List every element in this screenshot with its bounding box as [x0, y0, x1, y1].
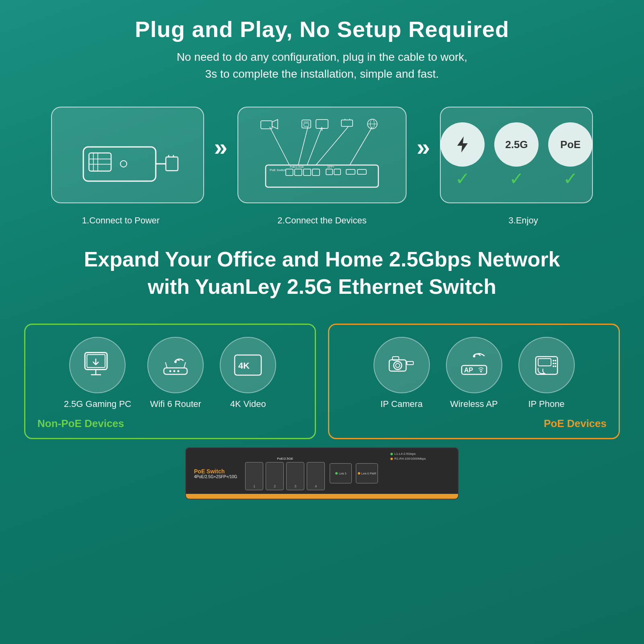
svg-rect-16	[312, 169, 320, 175]
svg-point-52	[169, 370, 171, 372]
svg-text:4K: 4K	[238, 361, 250, 371]
check-2: ✓	[509, 170, 524, 188]
phone-icon	[530, 349, 563, 382]
4k-icon: 4K	[231, 349, 264, 382]
enjoy-area: ✓ 2.5G ✓ PoE ✓	[440, 122, 592, 188]
section2-title: Expand Your Office and Home 2.5Gbps Netw…	[84, 246, 560, 300]
poe-label: PoE Devices	[341, 417, 607, 430]
svg-point-71	[555, 363, 556, 364]
svg-line-23	[270, 127, 289, 165]
svg-point-69	[555, 360, 556, 361]
svg-rect-49	[164, 368, 187, 374]
arrow-2: »	[417, 133, 430, 177]
svg-marker-29	[272, 120, 278, 129]
svg-rect-67	[538, 359, 551, 366]
svg-rect-15	[303, 169, 311, 175]
led-line-1: L1-L4:2.5Gbps	[390, 452, 426, 456]
device-phone: IP Phone	[518, 337, 575, 409]
port-2: 2	[266, 462, 284, 490]
port-4: 4	[307, 462, 325, 490]
enjoy-2.5g: 2.5G	[494, 122, 539, 167]
ap-label: Wireless AP	[450, 399, 498, 409]
step3-icon: ✓ 2.5G ✓ PoE ✓	[441, 119, 592, 191]
check-1: ✓	[455, 170, 470, 188]
devices-row: 2.5G Gaming PC	[24, 324, 620, 439]
step2-icon: PoE Switch PoE/2.5GE SFP+	[238, 119, 406, 191]
svg-text:SFP+: SFP+	[327, 165, 334, 168]
step3-label: 3.Enjoy	[447, 215, 600, 226]
enjoy-poe: PoE	[548, 122, 592, 167]
pc-icon	[81, 349, 114, 382]
subtitle: No need to do any configuration, plug in…	[135, 49, 509, 83]
enjoy-lightning	[440, 122, 485, 167]
svg-rect-36	[341, 120, 353, 126]
device-ap: AP Wireless AP	[446, 337, 502, 409]
svg-text:PoE/2.5GE: PoE/2.5GE	[290, 165, 304, 168]
router-label: Wifi 6 Router	[150, 399, 201, 409]
4k-circle: 4K	[220, 337, 276, 393]
poe-switch-subtitle: 4PoE/2.5G+2SFP+/10G	[194, 475, 237, 479]
sfp-port-2: Link 6 PWR	[356, 463, 378, 483]
svg-point-70	[553, 363, 554, 364]
router-circle	[147, 337, 204, 393]
ap-circle: AP	[446, 337, 502, 393]
step1-label: 1.Connect to Power	[44, 215, 197, 226]
step1-icon	[52, 119, 203, 191]
main-title: Plug and Play, No Setup Required	[135, 16, 509, 42]
device-gaming-pc: 2.5G Gaming PC	[64, 337, 132, 409]
arrow-1: »	[214, 133, 227, 177]
svg-rect-8	[166, 157, 178, 171]
check-3: ✓	[563, 170, 578, 188]
sfp-port-1: Link 5	[330, 463, 352, 483]
svg-rect-14	[295, 169, 302, 175]
svg-line-24	[298, 127, 308, 165]
non-poe-icons: 2.5G Gaming PC	[37, 337, 303, 409]
step-labels-row: 1.Connect to Power 2.Connect the Devices…	[24, 215, 620, 226]
svg-line-25	[307, 127, 322, 165]
switch-bottom: PoE Switch 4PoE/2.5G+2SFP+/10G PoE/2.5GE…	[185, 447, 459, 500]
pc-circle	[69, 337, 126, 393]
svg-point-65	[480, 371, 482, 372]
svg-rect-13	[286, 169, 293, 175]
svg-point-58	[394, 361, 402, 369]
svg-marker-42	[457, 136, 468, 153]
phone-label: IP Phone	[528, 399, 564, 409]
switch-label-area: PoE Switch 4PoE/2.5G+2SFP+/10G	[194, 468, 237, 479]
svg-rect-1	[89, 153, 111, 171]
page-container: Plug and Play, No Setup Required No need…	[0, 0, 644, 644]
svg-rect-30	[302, 120, 311, 128]
svg-point-73	[555, 365, 556, 367]
svg-point-53	[173, 370, 175, 372]
svg-rect-20	[357, 169, 366, 174]
svg-point-59	[396, 363, 400, 367]
camera-icon	[385, 349, 418, 382]
pc-label: 2.5G Gaming PC	[64, 399, 132, 409]
svg-rect-17	[326, 169, 332, 175]
svg-line-27	[350, 127, 372, 165]
orange-stripe	[186, 494, 458, 499]
led-area: L1-L4:2.5Gbps R1-R4:100/1000Mbps	[390, 452, 426, 460]
svg-text:PoE Switch: PoE Switch	[270, 168, 286, 172]
device-router: Wifi 6 Router	[147, 337, 204, 409]
4k-label: 4K Video	[230, 399, 266, 409]
svg-rect-32	[304, 123, 309, 126]
step-power-box	[51, 107, 204, 203]
section2-title-block: Expand Your Office and Home 2.5Gbps Netw…	[84, 238, 560, 312]
svg-line-26	[316, 127, 348, 165]
camera-label: IP Camera	[380, 399, 423, 409]
svg-point-6	[120, 161, 127, 167]
svg-text:AP: AP	[464, 367, 473, 374]
device-4k: 4K 4K Video	[220, 337, 276, 409]
svg-rect-61	[407, 361, 413, 365]
poe-icons: IP Camera AP	[341, 337, 607, 409]
led-line-2: R1-R4:100/1000Mbps	[390, 457, 426, 460]
router-icon	[159, 349, 192, 382]
non-poe-label: Non-PoE Devices	[37, 417, 303, 430]
svg-point-63	[473, 355, 475, 357]
poe-panel: IP Camera AP	[328, 324, 620, 439]
step-enjoy-box: ✓ 2.5G ✓ PoE ✓	[440, 107, 593, 203]
phone-circle	[518, 337, 575, 393]
svg-line-51	[184, 362, 186, 368]
steps-row: » PoE Switch	[24, 107, 620, 203]
svg-point-72	[553, 365, 554, 367]
